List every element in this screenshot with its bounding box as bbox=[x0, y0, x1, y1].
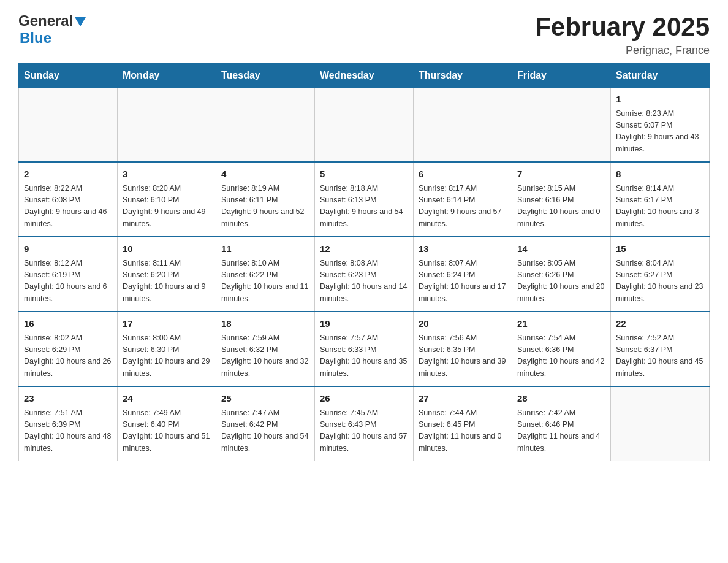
calendar-cell: 10Sunrise: 8:11 AM Sunset: 6:20 PM Dayli… bbox=[118, 237, 216, 312]
weekday-header-thursday: Thursday bbox=[414, 64, 512, 88]
day-number: 22 bbox=[616, 317, 704, 331]
day-info: Sunrise: 7:56 AM Sunset: 6:35 PM Dayligh… bbox=[419, 332, 507, 380]
calendar-cell: 6Sunrise: 8:17 AM Sunset: 6:14 PM Daylig… bbox=[414, 162, 512, 237]
day-info: Sunrise: 7:44 AM Sunset: 6:45 PM Dayligh… bbox=[419, 407, 507, 455]
location-label: Perignac, France bbox=[535, 44, 710, 57]
day-info: Sunrise: 7:57 AM Sunset: 6:33 PM Dayligh… bbox=[320, 332, 408, 380]
logo-blue-text: Blue bbox=[20, 29, 51, 47]
day-info: Sunrise: 8:04 AM Sunset: 6:27 PM Dayligh… bbox=[616, 258, 704, 305]
day-number: 9 bbox=[24, 242, 112, 256]
weekday-header-row: SundayMondayTuesdayWednesdayThursdayFrid… bbox=[19, 64, 710, 88]
day-number: 13 bbox=[419, 242, 507, 256]
day-info: Sunrise: 8:23 AM Sunset: 6:07 PM Dayligh… bbox=[616, 108, 704, 156]
calendar-cell: 24Sunrise: 7:49 AM Sunset: 6:40 PM Dayli… bbox=[118, 386, 216, 461]
day-number: 3 bbox=[123, 167, 211, 182]
day-info: Sunrise: 8:19 AM Sunset: 6:11 PM Dayligh… bbox=[221, 183, 309, 231]
day-info: Sunrise: 7:51 AM Sunset: 6:39 PM Dayligh… bbox=[24, 407, 112, 455]
page-header: General Blue February 2025 Perignac, Fra… bbox=[18, 12, 710, 57]
weekday-header-wednesday: Wednesday bbox=[315, 64, 414, 88]
calendar-week-row: 2Sunrise: 8:22 AM Sunset: 6:08 PM Daylig… bbox=[19, 162, 710, 237]
calendar-cell: 15Sunrise: 8:04 AM Sunset: 6:27 PM Dayli… bbox=[611, 237, 710, 312]
weekday-header-tuesday: Tuesday bbox=[216, 64, 315, 88]
day-info: Sunrise: 8:02 AM Sunset: 6:29 PM Dayligh… bbox=[24, 332, 112, 380]
calendar-cell: 5Sunrise: 8:18 AM Sunset: 6:13 PM Daylig… bbox=[315, 162, 414, 237]
calendar-cell: 27Sunrise: 7:44 AM Sunset: 6:45 PM Dayli… bbox=[414, 386, 512, 461]
day-number: 7 bbox=[517, 167, 605, 182]
day-info: Sunrise: 7:52 AM Sunset: 6:37 PM Dayligh… bbox=[616, 332, 704, 380]
day-info: Sunrise: 8:10 AM Sunset: 6:22 PM Dayligh… bbox=[221, 258, 309, 305]
calendar-cell: 11Sunrise: 8:10 AM Sunset: 6:22 PM Dayli… bbox=[216, 237, 315, 312]
logo: General Blue bbox=[18, 12, 86, 47]
day-info: Sunrise: 8:11 AM Sunset: 6:20 PM Dayligh… bbox=[123, 258, 211, 305]
calendar-cell bbox=[611, 386, 710, 461]
weekday-header-saturday: Saturday bbox=[611, 64, 710, 88]
day-info: Sunrise: 8:14 AM Sunset: 6:17 PM Dayligh… bbox=[616, 183, 704, 231]
day-number: 26 bbox=[320, 392, 408, 406]
calendar-cell: 1Sunrise: 8:23 AM Sunset: 6:07 PM Daylig… bbox=[611, 88, 710, 163]
day-info: Sunrise: 8:17 AM Sunset: 6:14 PM Dayligh… bbox=[419, 183, 507, 231]
day-number: 20 bbox=[419, 317, 507, 331]
day-number: 14 bbox=[517, 242, 605, 256]
day-number: 11 bbox=[221, 242, 309, 256]
calendar-cell bbox=[512, 88, 611, 163]
calendar-cell: 20Sunrise: 7:56 AM Sunset: 6:35 PM Dayli… bbox=[414, 312, 512, 386]
calendar-cell: 23Sunrise: 7:51 AM Sunset: 6:39 PM Dayli… bbox=[19, 386, 118, 461]
calendar-table: SundayMondayTuesdayWednesdayThursdayFrid… bbox=[18, 63, 710, 461]
day-number: 1 bbox=[616, 93, 704, 107]
calendar-cell: 25Sunrise: 7:47 AM Sunset: 6:42 PM Dayli… bbox=[216, 386, 315, 461]
day-info: Sunrise: 8:20 AM Sunset: 6:10 PM Dayligh… bbox=[123, 183, 211, 231]
day-number: 6 bbox=[419, 167, 507, 182]
day-number: 10 bbox=[123, 242, 211, 256]
calendar-cell: 2Sunrise: 8:22 AM Sunset: 6:08 PM Daylig… bbox=[19, 162, 118, 237]
day-number: 8 bbox=[616, 167, 704, 182]
calendar-cell: 14Sunrise: 8:05 AM Sunset: 6:26 PM Dayli… bbox=[512, 237, 611, 312]
calendar-cell: 26Sunrise: 7:45 AM Sunset: 6:43 PM Dayli… bbox=[315, 386, 414, 461]
day-info: Sunrise: 7:47 AM Sunset: 6:42 PM Dayligh… bbox=[221, 407, 309, 455]
calendar-cell bbox=[414, 88, 512, 163]
month-title: February 2025 bbox=[535, 12, 710, 42]
calendar-cell: 17Sunrise: 8:00 AM Sunset: 6:30 PM Dayli… bbox=[118, 312, 216, 386]
calendar-cell: 19Sunrise: 7:57 AM Sunset: 6:33 PM Dayli… bbox=[315, 312, 414, 386]
calendar-cell: 22Sunrise: 7:52 AM Sunset: 6:37 PM Dayli… bbox=[611, 312, 710, 386]
day-number: 5 bbox=[320, 167, 408, 182]
day-number: 18 bbox=[221, 317, 309, 331]
day-info: Sunrise: 7:49 AM Sunset: 6:40 PM Dayligh… bbox=[123, 407, 211, 455]
day-number: 21 bbox=[517, 317, 605, 331]
logo-triangle-icon bbox=[75, 17, 86, 26]
calendar-cell bbox=[118, 88, 216, 163]
day-info: Sunrise: 7:54 AM Sunset: 6:36 PM Dayligh… bbox=[517, 332, 605, 380]
calendar-cell: 13Sunrise: 8:07 AM Sunset: 6:24 PM Dayli… bbox=[414, 237, 512, 312]
calendar-cell: 3Sunrise: 8:20 AM Sunset: 6:10 PM Daylig… bbox=[118, 162, 216, 237]
logo-general-text: General bbox=[18, 12, 73, 29]
calendar-cell: 9Sunrise: 8:12 AM Sunset: 6:19 PM Daylig… bbox=[19, 237, 118, 312]
weekday-header-monday: Monday bbox=[118, 64, 216, 88]
day-info: Sunrise: 8:18 AM Sunset: 6:13 PM Dayligh… bbox=[320, 183, 408, 231]
day-info: Sunrise: 8:22 AM Sunset: 6:08 PM Dayligh… bbox=[24, 183, 112, 231]
day-number: 12 bbox=[320, 242, 408, 256]
day-number: 17 bbox=[123, 317, 211, 331]
day-info: Sunrise: 7:42 AM Sunset: 6:46 PM Dayligh… bbox=[517, 407, 605, 455]
day-info: Sunrise: 8:00 AM Sunset: 6:30 PM Dayligh… bbox=[123, 332, 211, 380]
day-info: Sunrise: 7:59 AM Sunset: 6:32 PM Dayligh… bbox=[221, 332, 309, 380]
day-number: 15 bbox=[616, 242, 704, 256]
day-number: 27 bbox=[419, 392, 507, 406]
weekday-header-sunday: Sunday bbox=[19, 64, 118, 88]
calendar-cell: 28Sunrise: 7:42 AM Sunset: 6:46 PM Dayli… bbox=[512, 386, 611, 461]
calendar-cell: 7Sunrise: 8:15 AM Sunset: 6:16 PM Daylig… bbox=[512, 162, 611, 237]
calendar-week-row: 23Sunrise: 7:51 AM Sunset: 6:39 PM Dayli… bbox=[19, 386, 710, 461]
day-number: 16 bbox=[24, 317, 112, 331]
day-number: 25 bbox=[221, 392, 309, 406]
day-info: Sunrise: 8:05 AM Sunset: 6:26 PM Dayligh… bbox=[517, 258, 605, 305]
day-number: 4 bbox=[221, 167, 309, 182]
day-info: Sunrise: 8:12 AM Sunset: 6:19 PM Dayligh… bbox=[24, 258, 112, 305]
calendar-cell: 4Sunrise: 8:19 AM Sunset: 6:11 PM Daylig… bbox=[216, 162, 315, 237]
calendar-week-row: 9Sunrise: 8:12 AM Sunset: 6:19 PM Daylig… bbox=[19, 237, 710, 312]
title-section: February 2025 Perignac, France bbox=[535, 12, 710, 57]
calendar-cell: 16Sunrise: 8:02 AM Sunset: 6:29 PM Dayli… bbox=[19, 312, 118, 386]
day-info: Sunrise: 8:15 AM Sunset: 6:16 PM Dayligh… bbox=[517, 183, 605, 231]
calendar-cell bbox=[315, 88, 414, 163]
calendar-cell: 12Sunrise: 8:08 AM Sunset: 6:23 PM Dayli… bbox=[315, 237, 414, 312]
calendar-cell: 18Sunrise: 7:59 AM Sunset: 6:32 PM Dayli… bbox=[216, 312, 315, 386]
day-number: 28 bbox=[517, 392, 605, 406]
day-info: Sunrise: 8:08 AM Sunset: 6:23 PM Dayligh… bbox=[320, 258, 408, 305]
